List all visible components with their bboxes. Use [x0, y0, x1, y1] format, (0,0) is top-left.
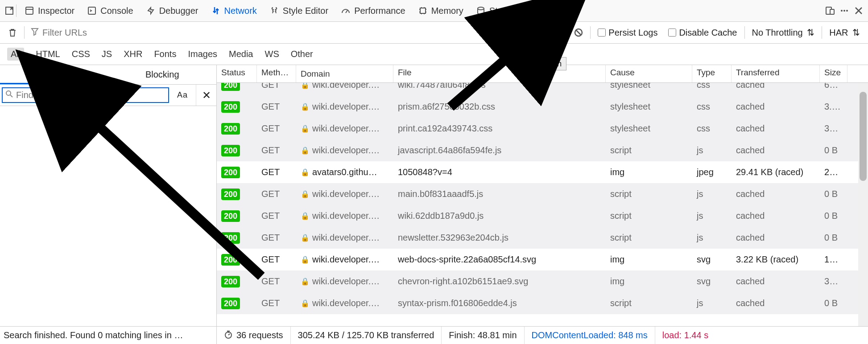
tab-inspector[interactable]: Inspector — [18, 0, 81, 21]
cell-type: js — [692, 233, 732, 243]
cell-domain: 🔒wiki.developer.… — [296, 233, 393, 243]
table-row[interactable]: 200GET🔒wiki.developer.…web-docs-sprite.2… — [217, 249, 868, 270]
cell-cause: script — [606, 233, 692, 243]
svg-rect-0 — [26, 7, 33, 14]
table-row[interactable]: 200GET🔒wiki.developer.…main.b0f831aaadf5… — [217, 183, 868, 205]
cell-transferred: cached — [732, 233, 820, 243]
status-badge: 200 — [221, 298, 240, 309]
debugger-icon — [146, 6, 156, 16]
cell-size: 0 B — [820, 211, 847, 221]
trash-button[interactable] — [4, 24, 21, 41]
cell-type: css — [692, 83, 732, 90]
sidebar-search-box[interactable] — [2, 87, 169, 103]
persist-logs-input[interactable] — [598, 29, 606, 37]
resume-button[interactable] — [530, 24, 548, 41]
har-select[interactable]: HAR ⇅ — [825, 27, 864, 38]
throttling-select[interactable]: No Throttling ⇅ — [748, 27, 819, 38]
table-row[interactable]: 200GET🔒wiki.developer.…wiki.62ddb187a9d0… — [217, 205, 868, 227]
responsive-design-icon[interactable] — [825, 6, 835, 16]
tab-label: Network — [224, 6, 257, 16]
scrollbar[interactable] — [858, 83, 868, 326]
filter-all[interactable]: All — [7, 48, 24, 61]
table-row[interactable]: 200GET🔒wiki.developer.…print.ca192a43974… — [217, 118, 868, 139]
filter-xhr[interactable]: XHR — [124, 49, 142, 59]
storage-icon — [476, 6, 486, 16]
filter-media[interactable]: Media — [229, 49, 253, 59]
cell-size: 32… — [820, 123, 847, 134]
cell-cause: script — [606, 211, 692, 221]
cell-size: 0 B — [820, 298, 847, 308]
more-icon[interactable] — [839, 6, 849, 16]
disable-cache-checkbox[interactable]: Disable Cache — [664, 28, 741, 38]
memory-icon — [418, 6, 428, 16]
cell-domain: 🔒wiki.developer.… — [296, 102, 393, 112]
lock-icon: 🔒 — [301, 277, 310, 286]
filter-images[interactable]: Images — [188, 49, 217, 59]
devtools-tabs: Inspector Console Debugger Network Style… — [0, 0, 868, 22]
disable-cache-input[interactable] — [668, 29, 676, 37]
search-button[interactable] — [550, 24, 568, 41]
col-domain[interactable]: Domain — [296, 65, 393, 82]
filter-css[interactable]: CSS — [72, 49, 90, 59]
chevron-right-icon[interactable] — [530, 6, 540, 16]
col-cause[interactable]: Cause — [606, 65, 692, 82]
table-row[interactable]: 200GET🔒wiki.developer.…wiki.74487aIu64f8… — [217, 83, 868, 96]
type-filters: All HTML CSS JS XHR Fonts Images Media W… — [0, 44, 868, 65]
persist-logs-checkbox[interactable]: Persist Logs — [593, 28, 662, 38]
cell-cause: stylesheet — [606, 102, 692, 112]
cell-size: 10.… — [820, 254, 847, 265]
col-size[interactable]: Size — [820, 65, 847, 82]
sidebar-search-input[interactable] — [16, 90, 165, 100]
table-header: Status Meth… Domain File Cause Type Tran… — [217, 65, 868, 83]
filter-html[interactable]: HTML — [36, 49, 60, 59]
table-row[interactable]: 200GET🔒wiki.developer.…javascript.64a86f… — [217, 139, 868, 161]
cell-file: 1050848?v=4 — [393, 167, 606, 177]
filter-urls-input[interactable] — [42, 28, 525, 38]
cell-transferred: 3.22 KB (raced) — [732, 254, 820, 265]
table-row[interactable]: 200GET🔒wiki.developer.…prism.a6f275e5032… — [217, 96, 868, 118]
col-status[interactable]: Status — [217, 65, 257, 82]
tab-debugger[interactable]: Debugger — [140, 0, 205, 21]
tab-console[interactable]: Console — [81, 0, 139, 21]
network-icon — [211, 6, 221, 16]
case-sensitive-toggle[interactable]: Aa — [169, 90, 196, 100]
cell-transferred: cached — [732, 276, 820, 287]
sidebar-close-button[interactable]: ✕ — [196, 85, 216, 106]
cell-cause: stylesheet — [606, 123, 692, 134]
tab-label: Memory — [431, 6, 463, 16]
lock-icon: 🔒 — [301, 299, 310, 307]
sidebar-tab-search[interactable]: Search — [0, 65, 108, 84]
col-type[interactable]: Type — [692, 65, 732, 82]
col-method[interactable]: Meth… — [257, 65, 296, 82]
filter-fonts[interactable]: Fonts — [154, 49, 176, 59]
col-transferred[interactable]: Transferred — [732, 65, 820, 82]
cell-size: 0 B — [820, 145, 847, 156]
close-icon[interactable] — [854, 6, 864, 16]
cell-domain: 🔒avatars0.githu… — [296, 167, 393, 177]
filter-other[interactable]: Other — [291, 49, 313, 59]
annotation-arrow-search-input — [74, 107, 270, 285]
tab-network[interactable]: Network — [205, 0, 263, 21]
svg-rect-2 — [420, 8, 426, 13]
tab-memory[interactable]: Memory — [412, 0, 470, 21]
filter-ws[interactable]: WS — [265, 49, 279, 59]
cell-type: js — [692, 298, 732, 308]
tab-storage[interactable]: Storage — [470, 0, 527, 21]
tab-label: Inspector — [38, 6, 74, 16]
table-row[interactable]: 200GET🔒wiki.developer.…chevron-right.a10… — [217, 270, 868, 292]
tab-style-editor[interactable]: Style Editor — [263, 0, 335, 21]
cell-transferred: cached — [732, 211, 820, 221]
dock-icon[interactable] — [4, 6, 14, 16]
cell-size: 33… — [820, 276, 847, 287]
table-row[interactable]: 200GET🔒wiki.developer.…syntax-prism.f016… — [217, 292, 868, 314]
svg-point-11 — [6, 91, 11, 95]
scrollbar-thumb[interactable] — [860, 92, 867, 181]
tab-performance[interactable]: Performance — [335, 0, 412, 21]
cell-transferred: 29.41 KB (raced) — [732, 167, 820, 177]
table-row[interactable]: 200GET🔒wiki.developer.…newsletter.532963… — [217, 227, 868, 249]
sidebar-tab-blocking[interactable]: Blocking — [108, 65, 217, 84]
filter-js[interactable]: JS — [102, 49, 112, 59]
sidebar-search-row: Aa ✕ — [0, 85, 216, 106]
block-button[interactable] — [570, 24, 587, 41]
table-row[interactable]: 200GET🔒avatars0.githu…1050848?v=4imgjpeg… — [217, 161, 868, 183]
